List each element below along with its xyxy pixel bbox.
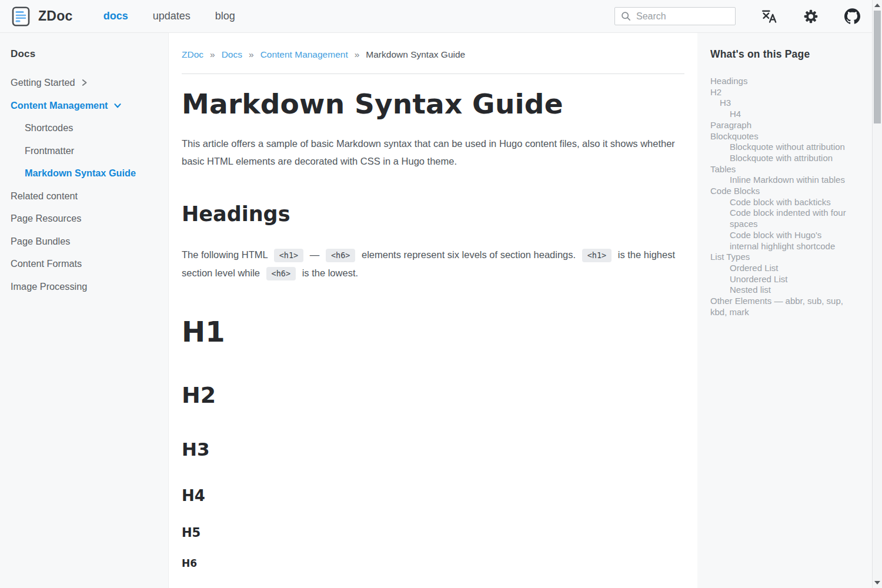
- nav-link-updates[interactable]: updates: [153, 10, 191, 22]
- zdoc-logo-icon[interactable]: [12, 6, 30, 26]
- sidebar-item-label: Content Formats: [11, 258, 82, 270]
- toc-item-nested-list[interactable]: Nested list: [710, 285, 847, 296]
- search-box[interactable]: [614, 7, 736, 25]
- toc-item-tables[interactable]: Tables: [710, 164, 847, 175]
- toc-item-unordered-list[interactable]: Unordered List: [710, 274, 847, 285]
- toc-item-blockquote-without-attribution[interactable]: Blockquote without attribution: [710, 142, 847, 153]
- scrollbar-thumb[interactable]: [874, 11, 881, 123]
- sidebar-nav: Getting StartedContent ManagementShortco…: [11, 76, 158, 293]
- toc-item-blockquote-with-attribution[interactable]: Blockquote with attribution: [710, 153, 847, 164]
- sidebar-item-shortcodes[interactable]: Shortcodes: [11, 122, 158, 134]
- sample-heading-h5: H5: [182, 526, 684, 540]
- breadcrumb-link[interactable]: ZDoc: [182, 49, 203, 60]
- breadcrumb-separator: »: [210, 49, 215, 60]
- sample-heading-h3: H3: [182, 439, 684, 460]
- toc-item-ordered-list[interactable]: Ordered List: [710, 263, 847, 274]
- toc-item-code-block-with-backticks[interactable]: Code block with backticks: [710, 197, 847, 208]
- toc-item-inline-markdown-within-tables[interactable]: Inline Markdown within tables: [710, 175, 847, 186]
- sidebar-item-label: Markdown Syntax Guide: [25, 167, 136, 179]
- sidebar-item-label: Getting Started: [11, 76, 75, 89]
- inline-code-chip: <h1>: [274, 249, 304, 262]
- sidebar-item-frontmatter[interactable]: Frontmatter: [11, 145, 158, 157]
- sidebar-item-page-resources[interactable]: Page Resources: [11, 212, 158, 225]
- breadcrumb-divider: [182, 74, 684, 74]
- sample-headings-block: H1H2H3H4H5H6: [182, 316, 684, 569]
- brand-name[interactable]: ZDoc: [38, 8, 73, 24]
- toc-item-h2[interactable]: H2: [710, 87, 847, 98]
- sidebar-item-page-bundles[interactable]: Page Bundles: [11, 235, 158, 248]
- sidebar-item-label: Image Processing: [11, 280, 87, 293]
- sidebar-item-label: Shortcodes: [25, 122, 73, 134]
- breadcrumb-separator: »: [355, 49, 360, 60]
- breadcrumb-link[interactable]: Docs: [222, 49, 242, 60]
- sidebar-item-label: Content Management: [11, 99, 108, 112]
- inline-code-chip: <h6>: [326, 249, 356, 262]
- inline-code-chip: <h6>: [266, 267, 296, 280]
- toc-item-headings[interactable]: Headings: [710, 76, 847, 87]
- sidebar-item-content-management[interactable]: Content Management: [11, 99, 158, 112]
- sample-heading-h4: H4: [182, 487, 684, 505]
- toc-item-list-types[interactable]: List Types: [710, 252, 847, 263]
- toc-item-code-block-with-hugo-s-internal-highligh[interactable]: Code block with Hugo's internal highligh…: [710, 230, 847, 252]
- sidebar-item-related-content[interactable]: Related content: [11, 190, 158, 202]
- breadcrumb-current: Markdown Syntax Guide: [366, 49, 465, 60]
- sidebar-item-markdown-syntax-guide[interactable]: Markdown Syntax Guide: [11, 167, 158, 179]
- paragraph-text: The following HTML: [182, 249, 270, 260]
- article-intro: This article offers a sample of basic Ma…: [182, 135, 684, 170]
- toc-list: HeadingsH2H3H4ParagraphBlockquotesBlockq…: [710, 76, 847, 318]
- sidebar-item-content-formats[interactable]: Content Formats: [11, 258, 158, 270]
- headings-paragraph: The following HTML <h1> — <h6> elements …: [182, 246, 684, 282]
- search-icon: [620, 11, 632, 22]
- sidebar-item-image-processing[interactable]: Image Processing: [11, 280, 158, 293]
- toc-item-paragraph[interactable]: Paragraph: [710, 120, 847, 131]
- toc-title: What's on this Page: [710, 48, 872, 61]
- translate-icon[interactable]: [761, 9, 777, 24]
- top-navbar: ZDoc docsupdatesblog: [0, 0, 872, 33]
- github-icon[interactable]: [844, 8, 860, 24]
- breadcrumb-separator: »: [249, 49, 254, 60]
- breadcrumb: ZDoc»Docs»Content Management»Markdown Sy…: [182, 49, 684, 60]
- search-input[interactable]: [636, 11, 724, 22]
- sample-heading-h6: H6: [182, 558, 684, 570]
- main-content: ZDoc»Docs»Content Management»Markdown Sy…: [169, 33, 697, 588]
- sidebar-item-label: Frontmatter: [25, 145, 74, 157]
- nav-link-docs[interactable]: docs: [103, 10, 128, 22]
- toc-item-h3[interactable]: H3: [710, 98, 847, 109]
- sidebar-item-getting-started[interactable]: Getting Started: [11, 76, 158, 89]
- breadcrumb-link[interactable]: Content Management: [260, 49, 348, 60]
- toc-item-blockquotes[interactable]: Blockquotes: [710, 131, 847, 142]
- toc-item-h4[interactable]: H4: [710, 109, 847, 120]
- gear-icon[interactable]: [803, 9, 818, 24]
- chevron-right-icon: [81, 79, 88, 86]
- sidebar-item-label: Related content: [11, 190, 78, 202]
- section-heading-headings: Headings: [182, 202, 684, 226]
- toc-item-code-blocks[interactable]: Code Blocks: [710, 186, 847, 197]
- toc-panel: What's on this Page HeadingsH2H3H4Paragr…: [697, 33, 872, 588]
- chevron-down-icon: [113, 102, 122, 109]
- inline-code-chip: <h1>: [582, 249, 612, 262]
- main-nav: docsupdatesblog: [103, 10, 235, 22]
- page-title: Markdown Syntax Guide: [182, 88, 684, 120]
- scrollbar[interactable]: [872, 0, 882, 588]
- navbar-right: [614, 7, 860, 25]
- sidebar-title: Docs: [11, 48, 158, 60]
- toc-item-code-block-indented-with-four-spaces[interactable]: Code block indented with four spaces: [710, 208, 847, 229]
- toc-item-other-elements-abbr-sub-sup-kbd-mark[interactable]: Other Elements — abbr, sub, sup, kbd, ma…: [710, 296, 847, 318]
- scroll-down-arrow-icon[interactable]: [874, 581, 880, 584]
- sidebar: Docs Getting StartedContent ManagementSh…: [0, 33, 169, 588]
- scroll-up-arrow-icon[interactable]: [874, 4, 880, 7]
- paragraph-text: —: [307, 249, 322, 260]
- sidebar-item-label: Page Bundles: [11, 235, 70, 248]
- sidebar-item-label: Page Resources: [11, 212, 81, 225]
- paragraph-text: elements represent six levels of section…: [359, 249, 578, 260]
- paragraph-text: is the lowest.: [299, 268, 358, 278]
- sample-heading-h2: H2: [182, 383, 684, 409]
- sample-heading-h1: H1: [182, 316, 684, 348]
- nav-link-blog[interactable]: blog: [215, 10, 235, 22]
